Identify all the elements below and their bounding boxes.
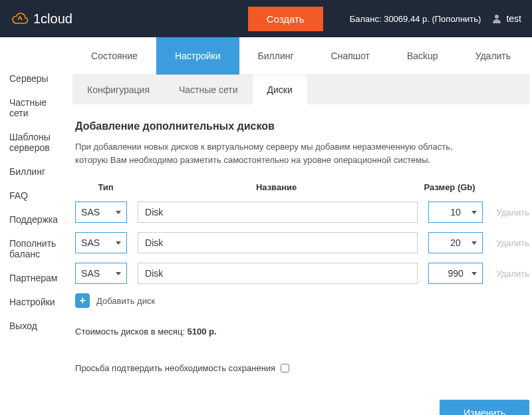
cost-value: 5100 р. (188, 327, 217, 337)
confirm-row: Просьба подтвердить необходимость сохран… (75, 363, 529, 373)
sidebar-item-networks[interactable]: Частные сети (0, 90, 67, 125)
disk-delete-link[interactable]: Удалить (483, 208, 529, 217)
sidebar-item-faq[interactable]: FAQ (0, 184, 67, 208)
disk-row: SAS 990 Удалить (75, 263, 529, 284)
header-name: Название (147, 182, 406, 192)
confirm-checkbox[interactable] (281, 364, 289, 372)
sidebar-nav: Серверы Частные сети Шаблоны серверов Би… (0, 37, 67, 415)
subtab-config[interactable]: Конфигурация (72, 75, 164, 104)
sidebar-item-templates[interactable]: Шаблоны серверов (0, 125, 67, 160)
disk-row: SAS 20 Удалить (75, 232, 529, 253)
sidebar-item-topup[interactable]: Пополнить баланс (0, 231, 67, 266)
disk-name-input[interactable] (138, 232, 418, 253)
sidebar-item-servers[interactable]: Серверы (0, 67, 67, 90)
tabs-secondary: Конфигурация Частные сети Диски (72, 75, 529, 104)
section-description: При добавлении новых дисков к виртуально… (75, 140, 474, 166)
create-button[interactable]: Создать (248, 7, 323, 31)
disk-type-select[interactable]: SAS (75, 232, 127, 253)
disk-name-input[interactable] (138, 263, 418, 284)
sidebar-item-partners[interactable]: Партнерам (0, 266, 67, 290)
disk-size-select[interactable]: 990 (428, 263, 483, 284)
tabs-primary: Состояние Настройки Биллинг Снапшот Back… (72, 37, 529, 75)
cloud-icon (11, 11, 29, 26)
section-title: Добавление дополнительных дисков (75, 120, 529, 132)
balance-text[interactable]: Баланс: 30069.44 р. (Пополнить) (350, 14, 481, 24)
tab-state[interactable]: Состояние (72, 37, 156, 74)
cost-prefix: Стоимость дисков в месяц: (75, 327, 188, 337)
sidebar-item-billing[interactable]: Биллинг (0, 160, 67, 184)
brand-logo: 1cloud (11, 11, 72, 27)
tab-billing[interactable]: Биллинг (239, 37, 313, 74)
app-header: 1cloud Создать Баланс: 30069.44 р. (Попо… (0, 0, 532, 37)
subtab-networks[interactable]: Частные сети (164, 75, 253, 104)
user-menu[interactable]: test (491, 13, 521, 24)
add-disk-row[interactable]: + Добавить диск (75, 293, 529, 308)
submit-button[interactable]: Изменить (440, 400, 529, 415)
tab-snapshot[interactable]: Снапшот (313, 37, 388, 74)
table-header: Тип Название Размер (Gb) (75, 182, 529, 192)
svg-point-0 (495, 15, 499, 19)
add-disk-label[interactable]: Добавить диск (96, 296, 155, 306)
header-type: Тип (75, 182, 136, 192)
disk-delete-link[interactable]: Удалить (483, 269, 529, 279)
cost-summary: Стоимость дисков в месяц: 5100 р. (75, 327, 529, 337)
header-size: Размер (Gb) (416, 182, 483, 192)
user-icon (491, 13, 502, 24)
disk-delete-link[interactable]: Удалить (483, 238, 529, 248)
confirm-label: Просьба подтвердить необходимость сохран… (75, 363, 275, 373)
disk-type-select[interactable]: SAS (75, 263, 127, 284)
main-content: Состояние Настройки Биллинг Снапшот Back… (67, 37, 532, 415)
tab-settings[interactable]: Настройки (156, 37, 239, 74)
plus-icon[interactable]: + (75, 293, 90, 308)
sidebar-item-logout[interactable]: Выход (0, 314, 67, 338)
disk-size-select[interactable]: 10 (428, 202, 483, 223)
disk-table: Тип Название Размер (Gb) SAS 10 Удалить … (75, 182, 529, 308)
disk-row: SAS 10 Удалить (75, 202, 529, 223)
username: test (506, 13, 521, 24)
sidebar-item-support[interactable]: Поддержка (0, 208, 67, 231)
disk-size-select[interactable]: 20 (428, 232, 483, 253)
subtab-disks[interactable]: Диски (253, 75, 307, 104)
sidebar-item-settings[interactable]: Настройки (0, 290, 67, 314)
tab-backup[interactable]: Backup (388, 37, 457, 74)
brand-name: 1cloud (33, 11, 72, 27)
tab-delete[interactable]: Удалить (457, 37, 529, 74)
disk-type-select[interactable]: SAS (75, 202, 127, 223)
disk-name-input[interactable] (138, 202, 418, 223)
